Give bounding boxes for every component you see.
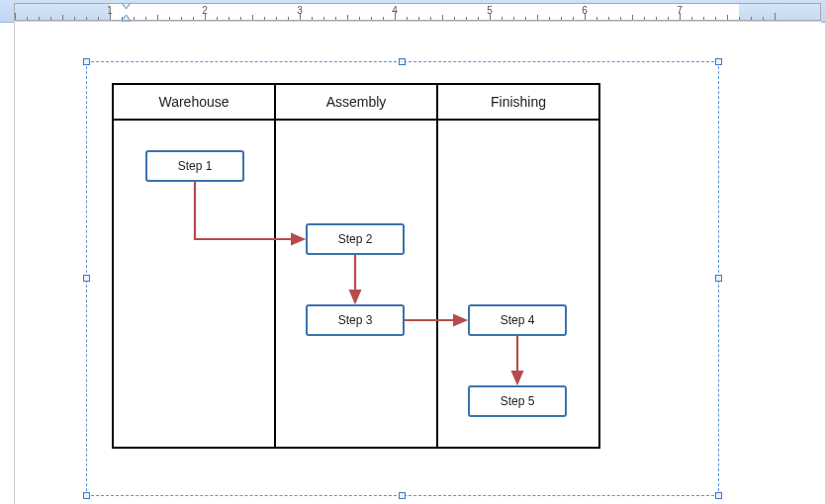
horizontal-ruler[interactable]: 1234567 xyxy=(0,0,825,23)
lane-header: Assembly xyxy=(276,85,436,121)
step-label: Step 1 xyxy=(178,159,213,173)
svg-marker-0 xyxy=(122,3,131,9)
step-box-step5[interactable]: Step 5 xyxy=(468,385,567,417)
step-box-step1[interactable]: Step 1 xyxy=(145,150,244,182)
ruler-label: 4 xyxy=(392,5,398,16)
resize-handle-bot-mid[interactable] xyxy=(399,492,406,499)
ruler-scale: 1234567 xyxy=(14,3,821,21)
svg-marker-1 xyxy=(122,15,131,21)
step-box-step4[interactable]: Step 4 xyxy=(468,304,567,336)
resize-handle-mid-left[interactable] xyxy=(83,275,90,282)
ruler-label: 6 xyxy=(582,5,588,16)
resize-handle-bot-left[interactable] xyxy=(83,492,90,499)
first-line-indent-marker[interactable] xyxy=(122,3,131,10)
resize-handle-top-mid[interactable] xyxy=(399,58,406,65)
step-label: Step 4 xyxy=(501,313,535,327)
resize-handle-top-right[interactable] xyxy=(715,58,722,65)
resize-handle-top-left[interactable] xyxy=(83,58,90,65)
document-page[interactable]: Warehouse Assembly Finishing Step 1Step … xyxy=(14,22,821,504)
resize-handle-bot-right[interactable] xyxy=(715,492,722,499)
lane-warehouse[interactable]: Warehouse xyxy=(114,85,276,447)
hanging-indent-marker[interactable] xyxy=(122,15,131,22)
lane-header: Warehouse xyxy=(114,85,274,121)
step-box-step3[interactable]: Step 3 xyxy=(306,304,405,336)
word-editor-workspace: { "ruler": { "labels": ["1","2","3","4",… xyxy=(0,0,825,504)
ruler-label: 1 xyxy=(107,5,113,16)
lane-assembly[interactable]: Assembly xyxy=(276,85,438,447)
step-label: Step 2 xyxy=(338,232,373,246)
step-box-step2[interactable]: Step 2 xyxy=(306,223,405,255)
step-label: Step 5 xyxy=(501,394,535,408)
ruler-label: 7 xyxy=(677,5,683,16)
resize-handle-mid-right[interactable] xyxy=(715,275,722,282)
ruler-label: 3 xyxy=(297,5,303,16)
lane-header: Finishing xyxy=(438,85,598,121)
ruler-label: 2 xyxy=(202,5,208,16)
ruler-label: 5 xyxy=(487,5,493,16)
step-label: Step 3 xyxy=(338,313,373,327)
